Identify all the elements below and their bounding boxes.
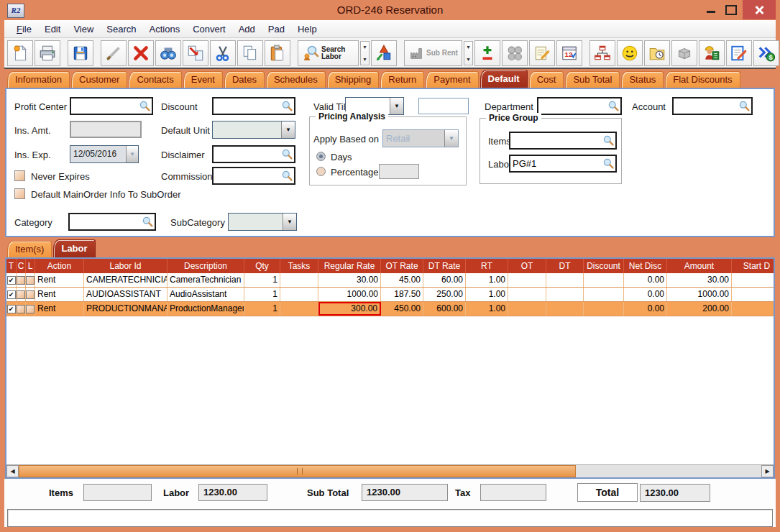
menu-pad[interactable]: Pad [262, 24, 291, 35]
tab-status[interactable]: Status [621, 71, 664, 88]
grid-cell[interactable]: 1 [244, 273, 280, 287]
tab-dates[interactable]: Dates [224, 71, 265, 88]
disclaimer-field[interactable] [212, 145, 295, 163]
grid-cell[interactable] [584, 273, 624, 287]
menu-actions[interactable]: Actions [143, 24, 187, 35]
tab-payment[interactable]: Payment [426, 71, 478, 88]
grid-cell[interactable]: AUDIOASSISTANT [84, 288, 168, 301]
grid-row[interactable]: ✔RentAUDIOASSISTANTAudioAssistant11000.0… [6, 288, 774, 302]
sub-rent-dropdown[interactable]: ▼▼ [464, 41, 473, 65]
save-button[interactable] [68, 40, 93, 66]
column-header[interactable]: Discount [584, 259, 624, 273]
never-expires-checkbox[interactable] [14, 170, 25, 181]
tab-default[interactable]: Default [480, 70, 528, 88]
tab-schedules[interactable]: Schedules [266, 71, 326, 88]
account-field[interactable] [672, 97, 753, 115]
grid-cell[interactable]: 300.00 [318, 302, 381, 316]
folder-history-button[interactable] [644, 40, 670, 66]
add-remove-button[interactable] [474, 40, 500, 66]
search-icon[interactable] [142, 216, 154, 228]
subtab-items[interactable]: Item(s) [7, 241, 52, 257]
price-group-items-input[interactable] [510, 133, 602, 148]
commission-input[interactable] [214, 168, 281, 183]
commission-field[interactable] [212, 167, 295, 185]
edit-button[interactable] [101, 40, 127, 66]
find-button[interactable] [155, 40, 181, 66]
grid-cell[interactable] [280, 288, 318, 301]
category-input[interactable] [70, 214, 142, 229]
grid-cell[interactable]: AudioAssistant [168, 288, 244, 301]
chevron-down-icon[interactable]: ▼ [390, 98, 403, 114]
grid-cell[interactable]: ProductionManager [168, 302, 244, 316]
grid-cell[interactable]: 250.00 [423, 288, 466, 301]
grid-cell[interactable] [732, 273, 774, 287]
grid-cell[interactable] [546, 273, 584, 287]
c-checkbox[interactable] [17, 276, 25, 285]
paste-button[interactable] [265, 40, 290, 66]
department-field[interactable] [537, 97, 622, 115]
disclaimer-input[interactable] [214, 147, 281, 162]
delete-button[interactable] [128, 40, 154, 66]
grid-cell[interactable]: CAMERATECHNICIAN [84, 273, 168, 287]
grid-cell[interactable]: 1 [244, 288, 280, 301]
package-button[interactable] [671, 40, 697, 66]
grid-cell[interactable]: 0.00 [624, 302, 667, 316]
grid-cell[interactable] [508, 273, 546, 287]
tab-event[interactable]: Event [183, 71, 223, 88]
scroll-left-icon[interactable]: ◀ [6, 465, 19, 477]
profit-center-input[interactable] [71, 98, 139, 114]
grid-cell[interactable]: 200.00 [667, 302, 732, 316]
scroll-right-icon[interactable]: ▶ [761, 465, 774, 477]
grid-cell[interactable]: Rent [35, 273, 84, 287]
t-checkbox[interactable]: ✔ [7, 305, 16, 313]
scrollbar-thumb[interactable] [19, 465, 576, 477]
column-header[interactable]: Qty [244, 259, 280, 273]
c-checkbox[interactable] [17, 290, 25, 299]
valid-till-input[interactable] [418, 98, 469, 114]
chevron-down-icon[interactable]: ▼ [283, 214, 296, 230]
column-header[interactable]: Labor Id [84, 259, 168, 273]
title-bar[interactable]: R2 ORD-246 Reservation [0, 0, 780, 20]
tab-shipping[interactable]: Shipping [327, 71, 380, 88]
maximize-button[interactable] [722, 0, 740, 19]
t-checkbox[interactable]: ✔ [7, 290, 16, 299]
subtab-labor[interactable]: Labor [53, 239, 95, 257]
tab-information[interactable]: Information [7, 71, 70, 88]
account-input[interactable] [674, 98, 738, 114]
search-icon[interactable] [139, 100, 151, 112]
menu-file[interactable]: File [10, 24, 38, 35]
l-checkbox[interactable] [26, 290, 35, 299]
tab-contacts[interactable]: Contacts [129, 71, 181, 88]
default-unit-combo[interactable]: ▼ [212, 121, 295, 139]
copy-order-button[interactable] [183, 40, 208, 66]
grid-cell[interactable] [584, 302, 624, 316]
grid-cell[interactable]: 0.00 [624, 273, 667, 287]
column-header[interactable]: RT [466, 259, 508, 273]
column-header[interactable]: OT Rate [381, 259, 423, 273]
copy-button[interactable] [237, 40, 263, 66]
grid-cell[interactable]: 30.00 [318, 273, 381, 287]
column-header[interactable]: DT [546, 259, 584, 273]
tab-flat-discounts[interactable]: Flat Discounts [665, 71, 740, 88]
grid-cell[interactable]: 187.50 [381, 288, 423, 301]
grid-cell[interactable] [508, 288, 546, 301]
menu-edit[interactable]: Edit [38, 24, 67, 35]
column-header[interactable]: DT Rate [423, 259, 466, 273]
grid-cell[interactable] [508, 302, 546, 316]
price-group-items-field[interactable] [509, 132, 617, 150]
column-header[interactable]: Amount [667, 259, 732, 273]
grid-cell[interactable] [546, 288, 584, 301]
grid-cell[interactable]: PRODUCTIONMANA... [84, 302, 168, 316]
column-header[interactable]: OT [508, 259, 546, 273]
column-header[interactable]: T [6, 259, 17, 273]
menu-search[interactable]: Search [100, 24, 142, 35]
grid-cell[interactable]: 60.00 [423, 273, 466, 287]
menu-help[interactable]: Help [291, 24, 324, 35]
search-icon[interactable] [281, 148, 293, 160]
grid-cell[interactable]: 1.00 [466, 273, 508, 287]
tab-customer[interactable]: Customer [71, 71, 127, 88]
grid-cell[interactable] [732, 288, 774, 301]
column-header[interactable]: Regular Rate [318, 259, 381, 273]
smiley-button[interactable] [617, 40, 643, 66]
menu-view[interactable]: View [67, 24, 100, 35]
